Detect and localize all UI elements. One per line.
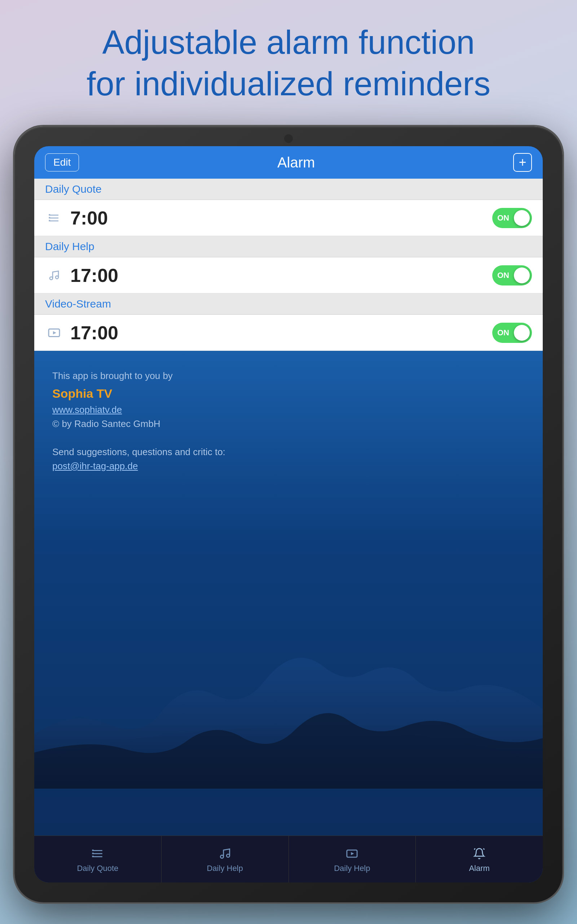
headline-line2: for individualized reminders: [87, 65, 490, 102]
mountain-silhouette: [34, 608, 543, 789]
alarm-row-daily-help[interactable]: 17:00 ON: [34, 257, 543, 294]
section-title-daily-help: Daily Help: [45, 241, 95, 252]
tab-label-daily-help-2: Daily Help: [334, 864, 370, 873]
alarm-row-daily-quote[interactable]: 7:00 ON: [34, 200, 543, 236]
section-title-daily-quote: Daily Quote: [45, 183, 102, 195]
about-intro: This app is brought to you by: [52, 370, 173, 381]
toggle-video-stream[interactable]: ON: [492, 323, 532, 343]
add-alarm-button[interactable]: +: [513, 153, 532, 172]
tab-daily-quote[interactable]: Daily Quote: [34, 836, 161, 882]
tab-label-alarm: Alarm: [469, 864, 489, 873]
section-header-video-stream: Video-Stream: [34, 294, 543, 315]
tab-icon-daily-help-2: [344, 846, 360, 861]
tab-alarm[interactable]: Alarm: [416, 836, 543, 882]
svg-point-7: [56, 276, 58, 279]
tab-icon-daily-help-1: [217, 846, 233, 861]
tablet-device: Edit Alarm + Daily Quote: [15, 126, 562, 902]
tab-icon-alarm: [471, 846, 487, 861]
play-icon: [45, 324, 63, 342]
svg-rect-13: [92, 849, 93, 851]
svg-marker-19: [351, 852, 355, 855]
camera-notch: [284, 134, 293, 143]
tab-label-daily-quote: Daily Quote: [77, 864, 118, 873]
toggle-daily-help[interactable]: ON: [492, 265, 532, 286]
tab-bar: Daily Quote Daily Help: [34, 835, 543, 882]
section-header-daily-help: Daily Help: [34, 236, 543, 257]
toggle-daily-quote[interactable]: ON: [492, 208, 532, 228]
about-contact-label: Send suggestions, questions and critic t…: [52, 446, 226, 457]
tab-label-daily-help-1: Daily Help: [206, 864, 243, 873]
list-icon: [45, 209, 63, 227]
svg-point-6: [50, 277, 53, 280]
about-block: This app is brought to you by Sophia TV …: [52, 369, 525, 473]
alarm-time-daily-help: 17:00: [70, 265, 492, 286]
alarm-row-video-stream[interactable]: 17:00 ON: [34, 315, 543, 351]
navigation-bar: Edit Alarm +: [34, 146, 543, 179]
toggle-on-label-2: ON: [497, 271, 509, 280]
svg-rect-5: [49, 220, 50, 221]
tablet-frame: Edit Alarm + Daily Quote: [15, 126, 562, 902]
music-icon: [45, 267, 63, 284]
toggle-knob-2: [514, 267, 530, 283]
svg-point-16: [220, 855, 224, 858]
section-title-video-stream: Video-Stream: [45, 298, 111, 310]
svg-rect-3: [49, 214, 50, 215]
alarm-list: Daily Quote: [34, 179, 543, 351]
about-website[interactable]: www.sophiatv.de: [52, 403, 525, 417]
svg-marker-9: [53, 331, 56, 334]
toggle-knob-3: [514, 325, 530, 341]
alarm-time-daily-quote: 7:00: [70, 207, 492, 229]
toggle-on-label-1: ON: [497, 213, 509, 223]
svg-line-21: [483, 848, 484, 849]
svg-point-17: [226, 854, 230, 857]
headline-line1: Adjustable alarm function: [102, 24, 475, 61]
svg-rect-15: [92, 855, 93, 857]
tablet-screen: Edit Alarm + Daily Quote: [34, 146, 543, 882]
headline: Adjustable alarm function for individual…: [0, 22, 577, 105]
about-copyright: © by Radio Santec GmbH: [52, 418, 161, 429]
svg-rect-14: [92, 853, 93, 854]
tab-icon-daily-quote: [90, 846, 106, 861]
about-brand: Sophia TV: [52, 384, 525, 403]
toggle-knob-1: [514, 210, 530, 226]
tab-daily-help-2[interactable]: Daily Help: [289, 836, 416, 882]
svg-rect-4: [49, 217, 50, 218]
svg-line-20: [474, 848, 475, 849]
about-email[interactable]: post@ihr-tag-app.de: [52, 459, 525, 473]
blue-info-section: This app is brought to you by Sophia TV …: [34, 351, 543, 835]
tab-daily-help-1[interactable]: Daily Help: [161, 836, 289, 882]
alarm-time-video-stream: 17:00: [70, 322, 492, 344]
section-header-daily-quote: Daily Quote: [34, 179, 543, 200]
edit-button[interactable]: Edit: [45, 153, 79, 171]
nav-title: Alarm: [277, 155, 315, 171]
toggle-on-label-3: ON: [497, 328, 509, 338]
app-screen: Edit Alarm + Daily Quote: [34, 146, 543, 882]
